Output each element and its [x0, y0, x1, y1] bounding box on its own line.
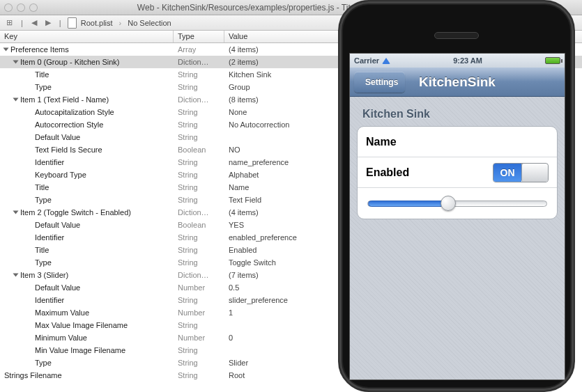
disclosure-triangle-icon[interactable] — [13, 61, 19, 64]
slider[interactable] — [367, 201, 547, 207]
row-type: String — [174, 83, 224, 91]
close-icon[interactable] — [4, 3, 13, 12]
speaker-icon — [434, 32, 479, 39]
iphone-simulator: Carrier 9:23 AM Settings KitchenSink Kit… — [338, 0, 575, 392]
row-key: Max Value Image Filename — [35, 321, 128, 329]
row-key: Keyboard Type — [35, 171, 86, 179]
column-key[interactable]: Key — [0, 31, 174, 42]
row-key: Min Value Image Filename — [35, 346, 125, 354]
row-type: String — [174, 133, 224, 141]
row-type: String — [174, 120, 224, 129]
back-button-label: Settings — [365, 77, 398, 87]
row-key: Default Value — [35, 133, 80, 141]
row-key: Type — [35, 83, 52, 91]
group-header: Kitchen Sink — [362, 108, 558, 120]
row-type: String — [174, 359, 224, 367]
row-type: String — [174, 258, 224, 267]
row-type: Diction… — [174, 58, 224, 66]
sep: | — [57, 19, 63, 27]
row-type: Diction… — [174, 208, 224, 217]
row-key: Title — [35, 70, 49, 79]
row-key: Default Value — [35, 283, 80, 292]
row-type: String — [174, 246, 224, 254]
back-icon[interactable]: ◀ — [29, 18, 39, 27]
row-type: Boolean — [174, 221, 224, 229]
row-key: Type — [35, 196, 52, 204]
row-type: String — [174, 171, 224, 179]
row-key: Preference Items — [10, 45, 69, 54]
row-type: Number — [174, 308, 224, 317]
traffic-lights — [4, 3, 38, 12]
disclosure-triangle-icon[interactable] — [13, 274, 19, 277]
sep: | — [19, 19, 25, 27]
row-key: Item 1 (Text Field - Name) — [20, 95, 109, 104]
row-key: Type — [35, 258, 52, 267]
settings-group: Name Enabled ON — [357, 126, 558, 219]
battery-icon — [545, 57, 560, 64]
breadcrumb-file[interactable]: Root.plist — [81, 19, 113, 27]
row-key: Item 2 (Toggle Switch - Enabled) — [20, 208, 131, 217]
disclosure-triangle-icon[interactable] — [3, 48, 9, 52]
iphone-screen: Carrier 9:23 AM Settings KitchenSink Kit… — [349, 53, 565, 380]
row-type: Number — [174, 334, 224, 342]
row-key: Title — [35, 183, 49, 191]
row-key: Type — [35, 359, 52, 367]
name-label: Name — [366, 136, 549, 148]
nav-bar: Settings KitchenSink — [350, 68, 565, 97]
column-type[interactable]: Type — [174, 31, 224, 42]
name-cell[interactable]: Name — [358, 127, 557, 157]
row-type: Number — [174, 283, 224, 292]
row-key: Identifier — [35, 296, 64, 304]
enabled-label: Enabled — [366, 166, 493, 179]
slider-cell — [358, 188, 557, 219]
enabled-cell: Enabled ON — [358, 157, 557, 188]
row-type: String — [174, 108, 224, 116]
row-type: String — [174, 296, 224, 304]
row-type: Diction… — [174, 271, 224, 279]
row-key: Strings Filename — [4, 371, 62, 379]
slider-thumb[interactable] — [441, 196, 456, 211]
toggle-on-label: ON — [493, 164, 521, 182]
row-key: Default Value — [35, 221, 80, 229]
row-type: String — [174, 321, 224, 329]
row-key: Autocorrection Style — [35, 120, 103, 129]
enabled-toggle[interactable]: ON — [493, 163, 549, 182]
document-icon — [68, 17, 77, 29]
forward-icon[interactable]: ▶ — [43, 18, 53, 27]
status-bar: Carrier 9:23 AM — [350, 54, 565, 68]
row-type: Diction… — [174, 95, 224, 104]
row-key: Identifier — [35, 233, 64, 242]
row-type: Array — [174, 45, 224, 54]
row-type: String — [174, 196, 224, 204]
grid-icon[interactable]: ⊞ — [4, 18, 15, 27]
row-key: Maximum Value — [35, 308, 89, 317]
disclosure-triangle-icon[interactable] — [13, 98, 19, 102]
row-type: String — [174, 183, 224, 191]
row-type: String — [174, 371, 224, 379]
chevron-right-icon: › — [119, 19, 122, 27]
breadcrumb-selection: No Selection — [128, 19, 171, 27]
zoom-icon[interactable] — [29, 3, 38, 12]
row-key: Identifier — [35, 158, 64, 166]
row-type: Boolean — [174, 146, 224, 154]
row-key: Minimum Value — [35, 334, 87, 342]
row-key: Title — [35, 246, 49, 254]
slider-fill — [368, 201, 448, 207]
row-key: Autocapitalization Style — [35, 108, 114, 116]
status-time: 9:23 AM — [453, 56, 482, 65]
back-button[interactable]: Settings — [354, 72, 405, 93]
disclosure-triangle-icon[interactable] — [13, 211, 19, 214]
settings-content: Kitchen Sink Name Enabled ON — [350, 97, 565, 380]
row-key: Text Field Is Secure — [35, 146, 102, 154]
row-type: String — [174, 70, 224, 79]
carrier-label: Carrier — [354, 56, 379, 65]
row-key: Item 3 (Slider) — [20, 271, 68, 279]
row-type: String — [174, 158, 224, 166]
minimize-icon[interactable] — [17, 3, 25, 12]
row-key: Item 0 (Group - Kitchen Sink) — [20, 58, 119, 66]
row-type: String — [174, 346, 224, 354]
row-type: String — [174, 233, 224, 242]
wifi-icon — [382, 58, 390, 64]
toggle-knob — [521, 164, 548, 182]
